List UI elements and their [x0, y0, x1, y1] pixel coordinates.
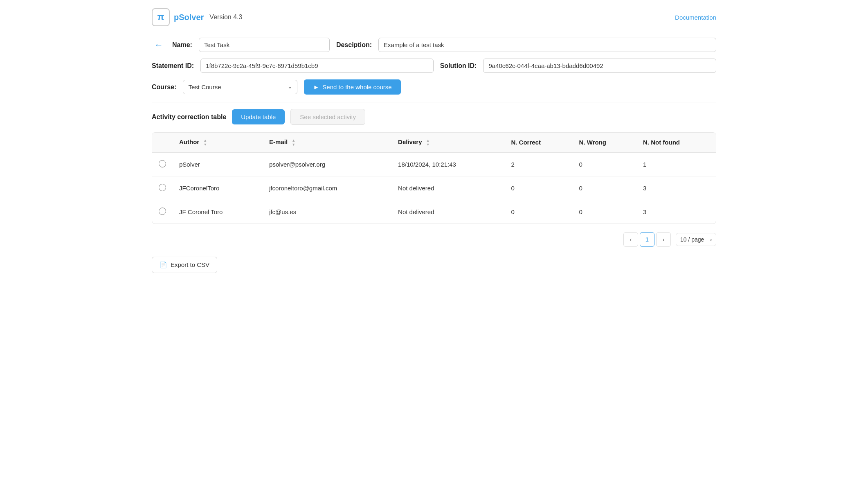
per-page-select[interactable]: 10 / page 20 / page 50 / page [676, 233, 716, 246]
update-table-button[interactable]: Update table [232, 109, 285, 124]
row-delivery-0: 18/10/2024, 10:21:43 [391, 152, 504, 176]
course-label: Course: [152, 84, 176, 91]
row-delivery-2: Not delivered [391, 200, 504, 224]
page-1-button[interactable]: 1 [640, 232, 654, 247]
form-section: ← Name: Desciption: Statement ID: Soluti… [152, 38, 716, 95]
statement-id-input[interactable] [200, 59, 434, 73]
name-desc-row: ← Name: Desciption: [152, 38, 716, 52]
course-row: Course: Test Course Course 2 Course 3 ► … [152, 79, 716, 95]
send-icon: ► [313, 84, 319, 90]
row-radio-1[interactable] [159, 184, 166, 191]
app-header: π pSolver Version 4.3 Documentation [152, 8, 716, 26]
email-col-header[interactable]: E-mail ▲▼ [263, 133, 391, 152]
row-email-0: psolver@psolver.org [263, 152, 391, 176]
pagination-row: ‹ 1 › 10 / page 20 / page 50 / page [152, 232, 716, 247]
activity-table: Author ▲▼ E-mail ▲▼ Delivery [152, 133, 716, 224]
select-col-header [152, 133, 173, 152]
row-n-wrong-2: 0 [573, 200, 636, 224]
row-n-wrong-0: 0 [573, 152, 636, 176]
email-sort-arrows: ▲▼ [292, 139, 295, 147]
next-page-button[interactable]: › [656, 232, 671, 247]
row-select-cell-2[interactable] [152, 200, 173, 224]
activity-header: Activity correction table Update table S… [152, 109, 716, 125]
delivery-sort-arrows: ▲▼ [426, 139, 430, 147]
delivery-col-header[interactable]: Delivery ▲▼ [391, 133, 504, 152]
desc-label: Desciption: [336, 41, 372, 49]
row-author-2: JF Coronel Toro [173, 200, 263, 224]
n-wrong-col-header: N. Wrong [573, 133, 636, 152]
see-selected-activity-button[interactable]: See selected activity [290, 109, 365, 125]
row-n-correct-2: 0 [504, 200, 572, 224]
table-header-row: Author ▲▼ E-mail ▲▼ Delivery [152, 133, 716, 152]
back-button[interactable]: ← [152, 40, 166, 50]
row-n-correct-1: 0 [504, 176, 572, 200]
app-name: pSolver [174, 13, 204, 22]
row-n-not-found-0: 1 [636, 152, 716, 176]
row-select-cell-1[interactable] [152, 176, 173, 200]
export-icon: 📄 [160, 261, 167, 269]
table-row[interactable]: JFCoronelToro jfcoroneltoro@gmail.com No… [152, 176, 716, 200]
row-n-wrong-1: 0 [573, 176, 636, 200]
desc-input[interactable] [378, 38, 716, 52]
logo-area: π pSolver Version 4.3 [152, 8, 242, 26]
app-version: Version 4.3 [209, 14, 242, 21]
row-n-not-found-2: 3 [636, 200, 716, 224]
row-email-2: jfc@us.es [263, 200, 391, 224]
export-btn-label: Export to CSV [171, 261, 209, 268]
name-input[interactable] [199, 38, 330, 52]
solution-id-label: Solution ID: [440, 62, 477, 70]
row-n-correct-0: 2 [504, 152, 572, 176]
row-email-1: jfcoroneltoro@gmail.com [263, 176, 391, 200]
author-sort-arrows: ▲▼ [203, 139, 207, 147]
statement-id-label: Statement ID: [152, 62, 194, 70]
course-select[interactable]: Test Course Course 2 Course 3 [183, 80, 297, 94]
solution-id-input[interactable] [483, 59, 716, 73]
n-not-found-col-header: N. Not found [636, 133, 716, 152]
per-page-wrapper: 10 / page 20 / page 50 / page [672, 233, 716, 246]
table-row[interactable]: pSolver psolver@psolver.org 18/10/2024, … [152, 152, 716, 176]
row-delivery-1: Not delivered [391, 176, 504, 200]
row-select-cell-0[interactable] [152, 152, 173, 176]
name-label: Name: [172, 41, 192, 49]
send-btn-label: Send to the whole course [322, 84, 391, 90]
table-row[interactable]: JF Coronel Toro jfc@us.es Not delivered … [152, 200, 716, 224]
row-author-1: JFCoronelToro [173, 176, 263, 200]
prev-page-button[interactable]: ‹ [623, 232, 638, 247]
activity-table-title: Activity correction table [152, 113, 226, 121]
row-radio-0[interactable] [159, 160, 166, 167]
author-col-header[interactable]: Author ▲▼ [173, 133, 263, 152]
documentation-link[interactable]: Documentation [675, 14, 716, 21]
export-csv-button[interactable]: 📄 Export to CSV [152, 257, 217, 273]
row-radio-2[interactable] [159, 208, 166, 215]
send-to-course-button[interactable]: ► Send to the whole course [304, 79, 400, 95]
logo-box: π [152, 8, 170, 26]
n-correct-col-header: N. Correct [504, 133, 572, 152]
course-select-wrapper: Test Course Course 2 Course 3 [183, 80, 297, 94]
divider [152, 102, 716, 102]
row-n-not-found-1: 3 [636, 176, 716, 200]
row-author-0: pSolver [173, 152, 263, 176]
ids-row: Statement ID: Solution ID: [152, 59, 716, 73]
logo-symbol: π [157, 12, 164, 23]
activity-table-container: Author ▲▼ E-mail ▲▼ Delivery [152, 132, 716, 224]
